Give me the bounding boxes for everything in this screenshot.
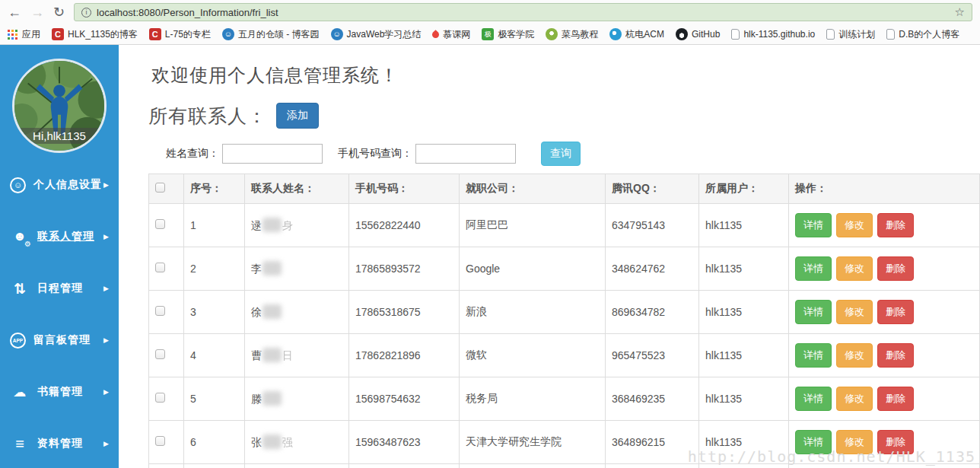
cell-actions: 详情修改删除 (789, 377, 980, 421)
row-checkbox[interactable] (155, 393, 165, 403)
bookmark-label: GitHub (692, 29, 720, 40)
bookmark-item[interactable]: 应用 (6, 28, 40, 41)
edit-button[interactable]: 修改 (836, 300, 873, 324)
sidebar-item-contacts[interactable]: ☻ 联系人管理 ▶ (0, 211, 119, 263)
back-icon[interactable]: ← (8, 5, 21, 19)
select-all-checkbox[interactable] (155, 183, 165, 193)
url-text[interactable]: localhost:8080/Person_Information/fri_li… (97, 7, 278, 18)
delete-button[interactable]: 删除 (877, 256, 914, 281)
detail-button[interactable]: 详情 (795, 387, 832, 411)
bookmark-item[interactable]: 杭电ACM (609, 28, 664, 41)
row-checkbox[interactable] (155, 219, 165, 229)
user-greeting: Hi,hlk1135 (18, 128, 101, 144)
acm-icon (609, 28, 622, 40)
bookmark-item[interactable]: 慕课网 (432, 28, 470, 41)
bookmark-item[interactable]: D.B的个人博客 (886, 28, 959, 41)
forward-icon[interactable]: → (30, 5, 44, 19)
delete-button[interactable]: 删除 (877, 343, 914, 368)
page-icon (886, 29, 895, 40)
bookmark-item[interactable]: GitHub (676, 28, 720, 40)
detail-button[interactable]: 详情 (795, 256, 832, 281)
sidebar-item-label: 联系人管理 (37, 230, 103, 244)
sidebar-item-documents[interactable]: ≡ 资料管理 ▶ (0, 418, 119, 468)
cell-company: 天津大学研究生学院 (460, 421, 606, 464)
cell-phone: 15698754632 (349, 377, 460, 421)
delete-button[interactable]: 删除 (877, 387, 914, 411)
bookmark-star-icon[interactable]: ☆ (955, 5, 965, 19)
bookmark-item[interactable]: 菜鸟教程 (546, 28, 598, 41)
bookmark-label: 极客学院 (498, 28, 534, 41)
sidebar-item-schedule[interactable]: ⇅ 日程管理 ▶ (0, 263, 119, 314)
cell-qq: 368469235 (606, 377, 699, 421)
sidebar-item-books[interactable]: ☁ 书籍管理 ▶ (0, 366, 119, 418)
page-title: 欢迎使用个人信息管理系统！ (151, 63, 980, 88)
browser-chrome: ← → ↻ i localhost:8080/Person_Informatio… (0, 0, 980, 45)
row-checkbox[interactable] (155, 436, 165, 446)
contacts-table: 序号：联系人姓名：手机号码：就职公司：腾讯QQ：所属用户：操作： 1 逯身 15… (148, 174, 980, 468)
chevron-right-icon: ▶ (103, 336, 109, 344)
row-checkbox[interactable] (155, 349, 165, 359)
column-header: 就职公司： (460, 174, 606, 204)
bookmark-item[interactable]: C L-75的专栏 (149, 28, 211, 41)
refresh-icon[interactable]: ↻ (53, 5, 65, 19)
main-content: 欢迎使用个人信息管理系统！ 所有联系人： 添加 姓名查询： 手机号码查询： 查询… (119, 45, 980, 468)
edit-button[interactable]: 修改 (836, 256, 873, 281)
cell-name: 张强 (245, 421, 349, 464)
sidebar-item-label: 资料管理 (37, 437, 103, 450)
edit-button[interactable]: 修改 (836, 213, 873, 237)
cell-qq: 965475523 (606, 334, 699, 377)
address-bar[interactable]: i localhost:8080/Person_Information/fri_… (74, 3, 972, 21)
cell-company: 税务局 (460, 377, 606, 421)
row-checkbox[interactable] (155, 263, 165, 272)
delete-button[interactable]: 删除 (877, 300, 914, 324)
bookmark-item[interactable]: 极 极客学院 (482, 28, 534, 41)
phone-search-input[interactable] (415, 144, 516, 164)
sidebar-item-label: 个人信息设置 (33, 178, 103, 192)
bookmark-item[interactable]: ☺ 五月的仓颉 - 博客园 (222, 28, 320, 41)
checkbox-cell (149, 377, 184, 421)
info-icon[interactable]: i (81, 8, 91, 18)
name-search-label: 姓名查询： (166, 147, 219, 161)
sidebar-item-message-board[interactable]: APP 留言板管理 ▶ (0, 314, 119, 366)
cell-seq: 7 (184, 464, 245, 468)
bookmark-item[interactable]: hlk-1135.github.io (731, 29, 815, 40)
column-header: 序号： (184, 174, 245, 204)
table-row: 1 逯身 15562822440 阿里巴巴 634795143 hlk1135 … (149, 204, 980, 247)
table-header-row: 序号：联系人姓名：手机号码：就职公司：腾讯QQ：所属用户：操作： (149, 174, 980, 204)
query-button[interactable]: 查询 (541, 142, 581, 166)
sidebar-item-label: 书籍管理 (37, 385, 103, 399)
cell-name: 徐 (245, 291, 349, 334)
column-header: 手机号码： (349, 174, 460, 204)
detail-button[interactable]: 详情 (795, 213, 832, 237)
sidebar-item-profile[interactable]: ☺ 个人信息设置 ▶ (0, 159, 119, 211)
delete-button[interactable]: 删除 (877, 213, 914, 237)
phone-search-label: 手机号码查询： (338, 147, 412, 161)
cell-name: 曹日 (245, 334, 349, 377)
checkbox-cell (149, 247, 184, 291)
user-avatar[interactable]: Hi,hlk1135 (12, 59, 107, 153)
detail-button[interactable]: 详情 (795, 300, 832, 324)
add-button[interactable]: 添加 (276, 103, 319, 129)
schedule-icon: ⇅ (10, 279, 30, 298)
edit-button[interactable]: 修改 (836, 343, 873, 368)
cell-seq: 2 (184, 247, 245, 291)
edit-button[interactable]: 修改 (836, 387, 873, 411)
bookmark-item[interactable]: C HLK_1135的博客 (52, 28, 138, 41)
name-search-input[interactable] (222, 144, 323, 164)
row-checkbox[interactable] (155, 306, 165, 316)
bookmark-label: 杭电ACM (625, 28, 664, 41)
cell-name: 滕 (245, 377, 349, 421)
search-row: 姓名查询： 手机号码查询： 查询 (166, 142, 980, 166)
cell-owner: hlk1135 (699, 204, 789, 247)
table-row: 3 徐 17865318675 新浪 869634782 hlk1135 详情修… (149, 291, 980, 334)
name-blur (262, 391, 282, 406)
cell-company: 微软 (460, 334, 606, 377)
bookmark-item[interactable]: ☺ JavaWeb学习总结 (331, 28, 422, 41)
checkbox-cell (149, 421, 184, 464)
documents-icon: ≡ (10, 435, 30, 453)
column-header: 联系人姓名： (245, 174, 349, 204)
detail-button[interactable]: 详情 (795, 343, 832, 368)
csdn-icon: C (52, 28, 64, 40)
cell-phone: 17862821896 (349, 334, 460, 377)
bookmark-item[interactable]: 训练计划 (826, 28, 875, 41)
